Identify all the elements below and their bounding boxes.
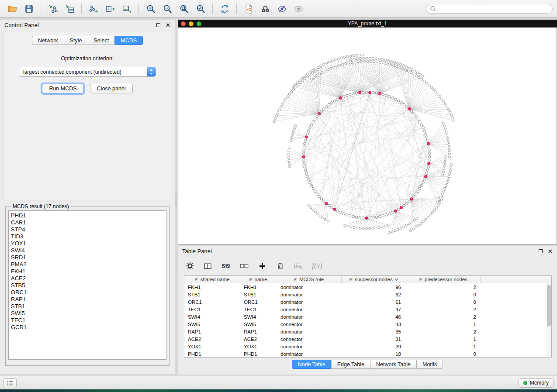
result-item[interactable]: SWI5 — [11, 310, 166, 317]
table-row[interactable]: YOX1YOX1connector291 — [184, 343, 546, 350]
control-panel-header: Control Panel — [0, 20, 175, 30]
hide-graphics-button[interactable] — [274, 2, 290, 16]
unselect-all-icon[interactable] — [239, 261, 249, 271]
run-mcds-button[interactable]: Run MCDS — [42, 84, 83, 93]
table-cell: TEC1 — [240, 307, 276, 312]
result-item[interactable]: PHD1 — [11, 212, 166, 219]
table-cell: dominator — [276, 292, 342, 297]
export-network-icon — [89, 4, 99, 14]
result-item[interactable]: SRD1 — [11, 254, 166, 261]
result-item[interactable]: CAR1 — [11, 219, 166, 226]
result-item[interactable]: STP4 — [11, 226, 166, 233]
network-graph-svg[interactable] — [178, 28, 557, 244]
maximize-window-icon[interactable] — [197, 21, 201, 26]
table-cell: TEC1 — [184, 307, 240, 312]
table-row[interactable]: PHD1PHD1dominator180 — [184, 350, 546, 357]
table-row[interactable]: SWI5SWI5connector431 — [184, 320, 546, 328]
import-table-icon — [65, 4, 75, 14]
add-column-icon[interactable] — [258, 261, 267, 271]
splitter-grip[interactable] — [175, 194, 177, 206]
table-cell: SWI5 — [184, 322, 240, 327]
show-graphics-button[interactable] — [291, 2, 306, 16]
export-image-icon — [122, 4, 132, 14]
gear-icon[interactable] — [186, 261, 194, 270]
result-item[interactable]: STB5 — [11, 282, 166, 289]
result-item[interactable]: GCR1 — [11, 324, 166, 331]
tab-node-table[interactable]: Node Table — [292, 360, 332, 369]
vertical-splitter[interactable] — [175, 20, 178, 376]
float-panel-icon[interactable] — [156, 23, 160, 27]
search-input[interactable] — [438, 6, 549, 12]
column-menu-icon — [419, 278, 423, 282]
zoom-in-button[interactable] — [143, 2, 159, 16]
apply-layout-button[interactable] — [217, 2, 232, 16]
import-network-button[interactable] — [45, 2, 61, 16]
table-cell: 61 — [342, 299, 406, 305]
table-body: FKH1FKH1dominator962STB1STB1dominator620… — [184, 283, 546, 357]
export-table-button[interactable] — [102, 2, 118, 16]
open-session-button[interactable] — [4, 2, 20, 16]
result-item[interactable]: YOX1 — [11, 240, 166, 247]
column-header-name[interactable]: name — [240, 276, 276, 283]
table-row[interactable]: TEC1TEC1connector472 — [184, 306, 546, 313]
result-item[interactable]: TID3 — [11, 233, 166, 240]
import-network-icon — [48, 4, 58, 14]
split-column-icon[interactable] — [203, 261, 212, 271]
result-item[interactable]: STB1 — [11, 303, 166, 310]
column-header-predecessor-nodes[interactable]: predecessor nodes — [406, 276, 481, 283]
optimization-criterion-select[interactable]: largest connected component (undirected) — [19, 67, 156, 77]
find-button[interactable] — [257, 2, 273, 16]
tab-mcds[interactable]: MCDS — [114, 36, 143, 45]
column-header-shared-name[interactable]: shared name — [184, 276, 240, 283]
zoom-fit-button[interactable] — [176, 2, 192, 16]
minimize-window-icon[interactable] — [189, 21, 194, 26]
zoom-selected-button[interactable] — [193, 2, 208, 16]
result-item[interactable]: RAP1 — [11, 296, 166, 303]
close-panel-button[interactable]: Close panel — [90, 84, 133, 93]
open-document-button[interactable] — [241, 2, 256, 16]
tab-select[interactable]: Select — [88, 36, 115, 45]
close-panel-icon[interactable] — [166, 23, 170, 28]
import-table-button[interactable] — [62, 2, 77, 16]
export-network-button[interactable] — [86, 2, 101, 16]
open-folder-icon — [7, 4, 17, 14]
result-item[interactable]: TEC1 — [11, 317, 166, 324]
result-item[interactable]: ORC1 — [11, 289, 166, 296]
table-row[interactable]: ACE2ACE2connector311 — [184, 335, 546, 343]
float-panel-icon[interactable] — [539, 249, 543, 253]
result-item[interactable]: ACE2 — [11, 275, 166, 282]
mcds-result-list[interactable]: PHD1CAR1STP4TID3YOX1SWI4SRD1PMA2FKH1ACE2… — [8, 210, 166, 360]
close-window-icon[interactable] — [181, 21, 186, 26]
tab-style[interactable]: Style — [64, 36, 88, 45]
table-cell: dominator — [276, 329, 342, 334]
column-header-successor-nodes[interactable]: successor nodes — [342, 276, 406, 283]
table-scrollbar[interactable] — [546, 283, 551, 357]
memory-button[interactable]: Memory — [519, 378, 554, 388]
scrollbar-thumb[interactable] — [547, 285, 551, 327]
tab-network[interactable]: Network — [32, 36, 64, 45]
search-icon — [430, 6, 436, 12]
select-all-icon[interactable] — [221, 261, 231, 271]
table-row[interactable]: STB1STB1dominator620 — [184, 291, 546, 298]
delete-column-icon[interactable] — [276, 261, 285, 271]
table-row[interactable]: FKH1FKH1dominator962 — [184, 283, 546, 291]
zoom-out-button[interactable] — [159, 2, 175, 16]
tab-motifs[interactable]: Motifs — [416, 360, 443, 369]
result-item[interactable]: PMA2 — [11, 261, 166, 268]
network-view-canvas[interactable] — [178, 28, 557, 244]
tab-edge-table[interactable]: Edge Table — [331, 360, 370, 369]
search-field[interactable] — [426, 4, 553, 14]
table-row[interactable]: ORC1ORC1dominator610 — [184, 298, 546, 306]
close-panel-icon[interactable] — [548, 249, 553, 254]
result-item[interactable]: FKH1 — [11, 268, 166, 275]
table-cell: 31 — [342, 337, 406, 342]
table-row[interactable]: SWI4SWI4dominator462 — [184, 313, 546, 320]
column-header-mcds-role[interactable]: MCDS role — [276, 276, 342, 283]
export-image-button[interactable] — [119, 2, 135, 16]
table-row[interactable]: RAP1RAP1dominator352 — [184, 328, 546, 335]
floppy-save-icon — [24, 4, 34, 14]
task-history-button[interactable] — [3, 378, 17, 387]
tab-network-table[interactable]: Network Table — [370, 360, 417, 369]
result-item[interactable]: SWI4 — [11, 247, 166, 254]
save-session-button[interactable] — [21, 2, 37, 16]
